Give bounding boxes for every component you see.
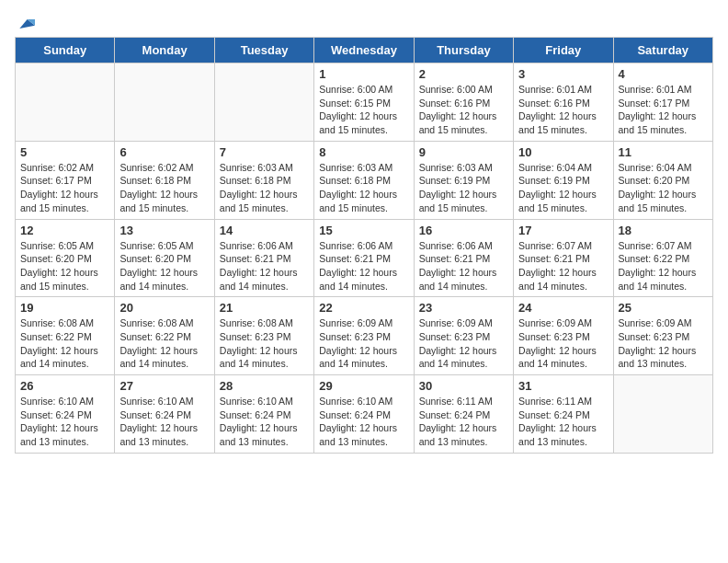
day-number: 11 bbox=[619, 145, 708, 159]
day-info: Sunrise: 6:02 AM Sunset: 6:18 PM Dayligh… bbox=[119, 161, 209, 215]
calendar-cell: 13Sunrise: 6:05 AM Sunset: 6:20 PM Dayli… bbox=[115, 219, 214, 297]
day-info: Sunrise: 6:05 AM Sunset: 6:20 PM Dayligh… bbox=[20, 239, 109, 293]
weekday-header-friday: Friday bbox=[514, 38, 613, 63]
day-number: 2 bbox=[419, 67, 508, 81]
calendar-cell: 3Sunrise: 6:01 AM Sunset: 6:16 PM Daylig… bbox=[514, 63, 613, 142]
calendar-cell: 12Sunrise: 6:05 AM Sunset: 6:20 PM Dayli… bbox=[16, 219, 115, 297]
day-number: 13 bbox=[119, 224, 209, 237]
day-number: 5 bbox=[20, 145, 109, 159]
calendar-cell: 26Sunrise: 6:10 AM Sunset: 6:24 PM Dayli… bbox=[16, 375, 115, 454]
day-number: 20 bbox=[119, 301, 209, 315]
calendar-cell: 1Sunrise: 6:00 AM Sunset: 6:15 PM Daylig… bbox=[314, 63, 414, 142]
calendar-cell: 25Sunrise: 6:09 AM Sunset: 6:23 PM Dayli… bbox=[613, 297, 712, 375]
calendar-cell: 4Sunrise: 6:01 AM Sunset: 6:17 PM Daylig… bbox=[613, 63, 712, 142]
calendar-cell: 17Sunrise: 6:07 AM Sunset: 6:21 PM Dayli… bbox=[514, 219, 613, 297]
day-number: 18 bbox=[619, 224, 708, 237]
calendar-cell: 10Sunrise: 6:04 AM Sunset: 6:19 PM Dayli… bbox=[514, 141, 613, 219]
calendar-cell: 22Sunrise: 6:09 AM Sunset: 6:23 PM Dayli… bbox=[314, 297, 414, 375]
day-info: Sunrise: 6:10 AM Sunset: 6:24 PM Dayligh… bbox=[119, 395, 209, 449]
calendar-cell: 28Sunrise: 6:10 AM Sunset: 6:24 PM Dayli… bbox=[214, 375, 313, 454]
day-number: 22 bbox=[319, 301, 408, 315]
day-number: 23 bbox=[419, 301, 508, 315]
day-number: 16 bbox=[419, 224, 508, 237]
day-number: 24 bbox=[518, 301, 608, 315]
day-number: 4 bbox=[619, 67, 708, 81]
day-info: Sunrise: 6:06 AM Sunset: 6:21 PM Dayligh… bbox=[220, 239, 309, 293]
day-number: 15 bbox=[319, 224, 408, 237]
day-number: 21 bbox=[220, 301, 309, 315]
weekday-header-sunday: Sunday bbox=[16, 38, 115, 63]
weekday-header-tuesday: Tuesday bbox=[214, 38, 313, 63]
calendar-cell: 19Sunrise: 6:08 AM Sunset: 6:22 PM Dayli… bbox=[16, 297, 115, 375]
day-info: Sunrise: 6:10 AM Sunset: 6:24 PM Dayligh… bbox=[220, 395, 309, 449]
calendar-cell: 7Sunrise: 6:03 AM Sunset: 6:18 PM Daylig… bbox=[214, 141, 313, 219]
calendar-cell: 5Sunrise: 6:02 AM Sunset: 6:17 PM Daylig… bbox=[16, 141, 115, 219]
calendar-cell: 14Sunrise: 6:06 AM Sunset: 6:21 PM Dayli… bbox=[214, 219, 313, 297]
calendar-week-4: 19Sunrise: 6:08 AM Sunset: 6:22 PM Dayli… bbox=[16, 297, 713, 375]
day-number: 27 bbox=[119, 379, 209, 393]
day-info: Sunrise: 6:08 AM Sunset: 6:22 PM Dayligh… bbox=[20, 316, 109, 371]
day-info: Sunrise: 6:01 AM Sunset: 6:16 PM Dayligh… bbox=[518, 83, 608, 137]
calendar-cell: 16Sunrise: 6:06 AM Sunset: 6:21 PM Dayli… bbox=[414, 219, 513, 297]
calendar-week-2: 5Sunrise: 6:02 AM Sunset: 6:17 PM Daylig… bbox=[16, 141, 713, 219]
day-number: 1 bbox=[319, 67, 408, 81]
calendar-cell: 6Sunrise: 6:02 AM Sunset: 6:18 PM Daylig… bbox=[115, 141, 214, 219]
calendar-cell bbox=[115, 63, 214, 142]
day-info: Sunrise: 6:00 AM Sunset: 6:16 PM Dayligh… bbox=[419, 83, 508, 137]
day-number: 7 bbox=[220, 145, 309, 159]
day-info: Sunrise: 6:06 AM Sunset: 6:21 PM Dayligh… bbox=[419, 239, 508, 293]
day-number: 19 bbox=[20, 301, 109, 315]
day-number: 6 bbox=[119, 145, 209, 159]
calendar-cell: 21Sunrise: 6:08 AM Sunset: 6:23 PM Dayli… bbox=[214, 297, 313, 375]
day-info: Sunrise: 6:10 AM Sunset: 6:24 PM Dayligh… bbox=[319, 395, 408, 449]
day-number: 29 bbox=[319, 379, 408, 393]
day-info: Sunrise: 6:04 AM Sunset: 6:20 PM Dayligh… bbox=[619, 161, 708, 215]
day-info: Sunrise: 6:03 AM Sunset: 6:19 PM Dayligh… bbox=[419, 161, 508, 215]
day-number: 14 bbox=[220, 224, 309, 237]
day-info: Sunrise: 6:04 AM Sunset: 6:19 PM Dayligh… bbox=[518, 161, 608, 215]
calendar-week-5: 26Sunrise: 6:10 AM Sunset: 6:24 PM Dayli… bbox=[16, 375, 713, 454]
day-info: Sunrise: 6:02 AM Sunset: 6:17 PM Dayligh… bbox=[20, 161, 109, 215]
day-number: 10 bbox=[518, 145, 608, 159]
calendar-cell: 24Sunrise: 6:09 AM Sunset: 6:23 PM Dayli… bbox=[514, 297, 613, 375]
day-info: Sunrise: 6:07 AM Sunset: 6:22 PM Dayligh… bbox=[619, 239, 708, 293]
calendar-cell: 20Sunrise: 6:08 AM Sunset: 6:22 PM Dayli… bbox=[115, 297, 214, 375]
calendar-table: SundayMondayTuesdayWednesdayThursdayFrid… bbox=[15, 37, 713, 454]
day-info: Sunrise: 6:09 AM Sunset: 6:23 PM Dayligh… bbox=[619, 316, 708, 371]
weekday-header-wednesday: Wednesday bbox=[314, 38, 414, 63]
page-header bbox=[15, 15, 713, 29]
calendar-cell: 27Sunrise: 6:10 AM Sunset: 6:24 PM Dayli… bbox=[115, 375, 214, 454]
day-info: Sunrise: 6:08 AM Sunset: 6:22 PM Dayligh… bbox=[119, 316, 209, 371]
day-info: Sunrise: 6:10 AM Sunset: 6:24 PM Dayligh… bbox=[20, 395, 109, 449]
day-number: 31 bbox=[518, 379, 608, 393]
day-number: 12 bbox=[20, 224, 109, 237]
calendar-week-1: 1Sunrise: 6:00 AM Sunset: 6:15 PM Daylig… bbox=[16, 63, 713, 142]
logo-icon bbox=[17, 15, 35, 33]
day-info: Sunrise: 6:03 AM Sunset: 6:18 PM Dayligh… bbox=[220, 161, 309, 215]
day-info: Sunrise: 6:08 AM Sunset: 6:23 PM Dayligh… bbox=[220, 316, 309, 371]
weekday-header-monday: Monday bbox=[115, 38, 214, 63]
day-info: Sunrise: 6:06 AM Sunset: 6:21 PM Dayligh… bbox=[319, 239, 408, 293]
day-info: Sunrise: 6:03 AM Sunset: 6:18 PM Dayligh… bbox=[319, 161, 408, 215]
day-number: 17 bbox=[518, 224, 608, 237]
calendar-cell: 29Sunrise: 6:10 AM Sunset: 6:24 PM Dayli… bbox=[314, 375, 414, 454]
day-number: 26 bbox=[20, 379, 109, 393]
day-info: Sunrise: 6:05 AM Sunset: 6:20 PM Dayligh… bbox=[119, 239, 209, 293]
calendar-cell bbox=[214, 63, 313, 142]
calendar-cell: 31Sunrise: 6:11 AM Sunset: 6:24 PM Dayli… bbox=[514, 375, 613, 454]
calendar-cell: 11Sunrise: 6:04 AM Sunset: 6:20 PM Dayli… bbox=[613, 141, 712, 219]
calendar-cell: 2Sunrise: 6:00 AM Sunset: 6:16 PM Daylig… bbox=[414, 63, 513, 142]
day-info: Sunrise: 6:07 AM Sunset: 6:21 PM Dayligh… bbox=[518, 239, 608, 293]
logo bbox=[15, 15, 35, 29]
day-info: Sunrise: 6:00 AM Sunset: 6:15 PM Dayligh… bbox=[319, 83, 408, 137]
day-info: Sunrise: 6:01 AM Sunset: 6:17 PM Dayligh… bbox=[619, 83, 708, 137]
day-info: Sunrise: 6:11 AM Sunset: 6:24 PM Dayligh… bbox=[419, 395, 508, 449]
day-info: Sunrise: 6:09 AM Sunset: 6:23 PM Dayligh… bbox=[518, 316, 608, 371]
day-number: 25 bbox=[619, 301, 708, 315]
day-number: 9 bbox=[419, 145, 508, 159]
day-number: 30 bbox=[419, 379, 508, 393]
day-number: 8 bbox=[319, 145, 408, 159]
calendar-week-3: 12Sunrise: 6:05 AM Sunset: 6:20 PM Dayli… bbox=[16, 219, 713, 297]
calendar-cell: 9Sunrise: 6:03 AM Sunset: 6:19 PM Daylig… bbox=[414, 141, 513, 219]
calendar-cell: 30Sunrise: 6:11 AM Sunset: 6:24 PM Dayli… bbox=[414, 375, 513, 454]
